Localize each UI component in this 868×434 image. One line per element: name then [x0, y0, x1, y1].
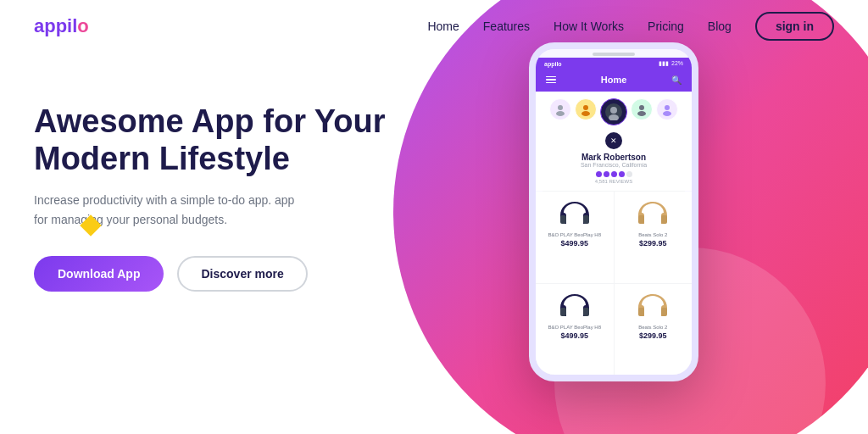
- avatar[interactable]: [631, 98, 653, 120]
- product-item[interactable]: B&O PLAY BeoPlay H8 $499.95: [536, 192, 614, 283]
- product-item[interactable]: Beats Solo 2 $299.95: [615, 192, 693, 283]
- product-name: B&O PLAY BeoPlay H8: [548, 325, 601, 330]
- nav-item-home[interactable]: Home: [427, 19, 459, 34]
- logo[interactable]: appilo: [34, 15, 89, 37]
- product-price: $299.95: [639, 239, 667, 248]
- svg-rect-12: [583, 215, 589, 224]
- avatar[interactable]: [549, 98, 571, 120]
- product-price: $499.95: [560, 239, 588, 248]
- nav-links: Home Features How It Works Pricing Blog …: [427, 12, 834, 41]
- hamburger-line: [546, 76, 556, 78]
- profile-location: San Francisco, California: [581, 162, 647, 168]
- profile-name: Mark Robertson: [581, 153, 646, 162]
- nav-item-signin[interactable]: sign in: [755, 12, 834, 41]
- star-4: [619, 171, 625, 177]
- star-1: [596, 171, 602, 177]
- phone-mockup: appilo ▮▮▮ 22% Home 🔍: [529, 42, 698, 381]
- close-button[interactable]: ✕: [605, 132, 622, 149]
- avatar[interactable]: [656, 98, 678, 120]
- product-item[interactable]: Beats Solo 2 $299.95: [615, 284, 693, 376]
- product-name: Beats Solo 2: [638, 232, 667, 237]
- nav-item-how-it-works[interactable]: How It Works: [554, 19, 624, 34]
- headphone-gold-icon: [634, 291, 671, 321]
- svg-point-0: [558, 105, 563, 110]
- headphone-dark-icon: [556, 198, 593, 229]
- hero-section: Awesome App for Your Modern Lifestyle In…: [0, 53, 868, 434]
- product-item[interactable]: B&O PLAY BeoPlay H8 $499.95: [536, 284, 614, 376]
- navbar: appilo Home Features How It Works Pricin…: [0, 0, 868, 53]
- product-price: $499.95: [560, 331, 588, 340]
- svg-point-7: [639, 105, 644, 110]
- profile-card: ✕ Mark Robertson San Francisco, Californ…: [536, 129, 692, 191]
- svg-rect-17: [638, 308, 644, 316]
- headphone-gold-icon: [634, 198, 671, 229]
- signin-button[interactable]: sign in: [755, 12, 834, 41]
- star-2: [604, 171, 609, 177]
- hero-buttons: Download App Discover more: [34, 256, 390, 292]
- star-5: [626, 171, 632, 177]
- svg-rect-16: [583, 308, 589, 316]
- headphone-dark-icon: [556, 291, 593, 321]
- nav-item-pricing[interactable]: Pricing: [648, 19, 684, 34]
- product-name: Beats Solo 2: [638, 325, 667, 330]
- product-price: $299.95: [639, 331, 667, 340]
- products-grid: B&O PLAY BeoPlay H8 $499.95 Beats Solo 2…: [536, 192, 692, 375]
- phone-notch: [536, 49, 692, 58]
- hamburger-line: [546, 82, 556, 84]
- discover-button[interactable]: Discover more: [177, 256, 307, 292]
- app-header-title: Home: [601, 75, 627, 85]
- svg-point-5: [610, 107, 617, 114]
- phone-status-bar: appilo ▮▮▮ 22%: [536, 58, 692, 70]
- hamburger-icon[interactable]: [546, 76, 556, 84]
- avatar-active[interactable]: [600, 98, 627, 125]
- hamburger-line: [546, 79, 556, 81]
- phone-frame: appilo ▮▮▮ 22% Home 🔍: [529, 42, 698, 381]
- avatar-row: [536, 92, 692, 129]
- logo-text: appilo: [34, 15, 89, 36]
- svg-rect-14: [661, 215, 667, 224]
- svg-point-3: [581, 111, 590, 116]
- profile-stars: [596, 171, 632, 177]
- hero-description: Increase productivity with a simple to-d…: [34, 191, 305, 229]
- svg-point-10: [663, 111, 671, 116]
- svg-point-9: [665, 105, 670, 110]
- status-icons: ▮▮▮ 22%: [659, 60, 683, 67]
- battery-percent: 22%: [671, 60, 683, 67]
- review-count: 4,581 REVIEWS: [595, 179, 632, 184]
- svg-rect-11: [560, 215, 566, 224]
- download-button[interactable]: Download App: [34, 256, 164, 292]
- svg-point-2: [583, 105, 588, 110]
- svg-rect-13: [638, 215, 644, 224]
- search-icon[interactable]: 🔍: [671, 75, 682, 85]
- svg-point-1: [556, 111, 565, 116]
- notch-bar: [593, 53, 635, 56]
- logo-o: o: [77, 15, 88, 36]
- battery-icon: ▮▮▮: [659, 60, 669, 67]
- svg-rect-18: [661, 308, 667, 316]
- nav-item-blog[interactable]: Blog: [708, 19, 732, 34]
- star-3: [611, 171, 617, 177]
- nav-item-features[interactable]: Features: [483, 19, 530, 34]
- svg-rect-15: [560, 308, 566, 316]
- app-header: Home 🔍: [536, 70, 692, 92]
- status-app-name: appilo: [544, 61, 562, 67]
- product-name: B&O PLAY BeoPlay H8: [548, 232, 601, 237]
- avatar[interactable]: [575, 98, 597, 120]
- hero-title: Awesome App for Your Modern Lifestyle: [34, 103, 390, 177]
- svg-point-8: [637, 111, 646, 116]
- hero-content: Awesome App for Your Modern Lifestyle In…: [34, 78, 390, 292]
